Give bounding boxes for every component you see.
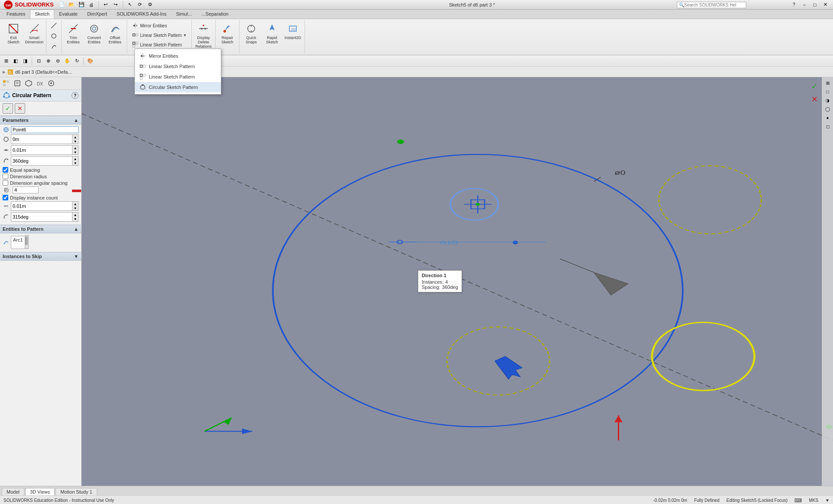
dropdown-mirror[interactable]: Mirror Entities [135, 51, 221, 61]
entities-scrollbar[interactable] [25, 235, 29, 249]
angle-up[interactable]: ▲ [72, 157, 78, 161]
line-btn[interactable] [48, 21, 59, 30]
entities-box[interactable]: Arc1 [11, 236, 25, 249]
mirror-entities-button[interactable]: Mirror Entities [129, 21, 170, 30]
parameters-section-header[interactable]: Parameters ▲ [0, 116, 81, 124]
redo-btn[interactable]: ↪ [112, 0, 120, 9]
tab-separation[interactable]: ...Separation [197, 10, 233, 19]
spacing1-down[interactable]: ▼ [72, 206, 78, 210]
appearance-btn[interactable]: 🎨 [86, 57, 95, 65]
display-manager-icon[interactable] [46, 78, 56, 88]
property-manager-icon[interactable] [12, 78, 23, 88]
spacing2-spinner[interactable]: ▲ ▼ [72, 213, 78, 221]
quick-snaps-button[interactable]: QuickSnaps [241, 21, 261, 45]
search-area[interactable]: 🔍 [677, 2, 746, 8]
spacing2-input[interactable] [11, 214, 72, 220]
help-button[interactable]: ? [72, 92, 79, 99]
open-btn[interactable]: 📂 [67, 0, 76, 9]
maximize-btn[interactable]: □ [810, 0, 819, 9]
view-display-btn[interactable]: ◨ [21, 57, 30, 65]
ok-button[interactable]: ✓ [3, 103, 13, 114]
rotate-btn[interactable]: ↻ [72, 57, 81, 65]
smart-dim-button[interactable]: ⟷ SmartDimension [24, 21, 44, 45]
trim-entities-button[interactable]: TrimEntities [63, 21, 83, 45]
dimension-radius-checkbox[interactable] [3, 173, 8, 179]
spacing1-spinner[interactable]: ▲ ▼ [72, 202, 78, 210]
accept-button[interactable]: ✓ [809, 81, 820, 92]
view-section-btn2[interactable]: ◑ [824, 96, 832, 104]
tab-simul[interactable]: Simul... [171, 10, 197, 19]
repair-sketch-button[interactable]: RepairSketch [217, 21, 237, 45]
select-btn[interactable]: ↖ [126, 0, 134, 9]
circle-btn[interactable] [48, 31, 59, 41]
help-btn[interactable]: ? [790, 0, 798, 9]
rebuild-btn[interactable]: ⟳ [136, 0, 144, 9]
options-btn[interactable]: ⚙ [146, 0, 154, 9]
exit-sketch-button[interactable]: ExitSketch [3, 21, 23, 45]
offset-entities-button[interactable]: OffsetEntities [105, 21, 125, 45]
search-input[interactable] [684, 3, 736, 7]
equal-spacing-checkbox[interactable] [3, 167, 8, 173]
param1-up[interactable]: ▲ [72, 135, 78, 139]
dropdown-circular[interactable]: Circular Sketch Pattern [135, 82, 221, 92]
param1-spinner[interactable]: ▲ ▼ [72, 135, 78, 144]
spacing2-up[interactable]: ▲ [72, 213, 78, 217]
display-delete-button[interactable]: Display DeleteRelations [193, 21, 213, 45]
param2-down[interactable]: ▼ [72, 150, 78, 154]
spacing2-down[interactable]: ▼ [72, 217, 78, 221]
param2-spinner[interactable]: ▲ ▼ [72, 146, 78, 154]
view-section-btn[interactable]: ◧ [11, 57, 20, 65]
tab-features[interactable]: Features [2, 10, 30, 19]
angle-input[interactable] [11, 158, 72, 164]
tab-motion-study[interactable]: Motion Study 1 [56, 488, 97, 495]
print-btn[interactable]: 🖨 [87, 0, 96, 9]
param1-input[interactable] [11, 136, 72, 142]
dropdown-linear2[interactable]: Linear Sketch Pattern [135, 72, 221, 82]
view-hide-btn[interactable]: ◯ [824, 105, 832, 113]
zoom-in-btn[interactable]: ⊕ [44, 57, 52, 65]
minimize-btn[interactable]: − [800, 0, 809, 9]
tab-addins[interactable]: SOLIDWORKS Add-Ins [112, 10, 171, 19]
param1-down[interactable]: ▼ [72, 139, 78, 144]
view-wire-btn[interactable]: ◻ [824, 122, 832, 130]
config-manager-icon[interactable] [23, 78, 34, 88]
rapid-sketch-button[interactable]: RapidSketch [262, 21, 282, 45]
param2-up[interactable]: ▲ [72, 146, 78, 150]
dimxpert-manager-icon[interactable]: DX [35, 78, 45, 88]
tab-evaluate[interactable]: Evaluate [54, 10, 82, 19]
arc-btn[interactable] [48, 42, 59, 51]
zoom-out-btn[interactable]: ⊖ [53, 57, 62, 65]
view-orient-btn[interactable]: ⊞ [2, 57, 10, 65]
dimension-angular-checkbox[interactable] [3, 180, 8, 186]
undo-btn[interactable]: ↩ [102, 0, 110, 9]
display-instance-count-checkbox[interactable] [3, 195, 8, 200]
spacing1-up[interactable]: ▲ [72, 202, 78, 206]
new-btn[interactable]: 📄 [57, 0, 66, 9]
linear-pattern-drop-button[interactable]: Linear Sketch Pattern ▼ [129, 30, 190, 40]
spacing1-input[interactable] [11, 203, 72, 209]
tab-dimxpert[interactable]: DimXpert [82, 10, 112, 19]
angle-spinner[interactable]: ▲ ▼ [72, 157, 78, 165]
convert-entities-button[interactable]: ConvertEntities [84, 21, 104, 45]
view-front-btn[interactable]: □ [824, 88, 832, 95]
tab-model[interactable]: Model [2, 488, 24, 495]
angle-down[interactable]: ▼ [72, 161, 78, 165]
view-shaded-btn[interactable]: ● [824, 114, 832, 121]
canvas-area[interactable]: ø0 0(10) [82, 77, 833, 486]
save-btn[interactable]: 💾 [77, 0, 86, 9]
cancel-button[interactable]: ✕ [15, 103, 25, 114]
tab-sketch[interactable]: Sketch [30, 10, 54, 19]
entities-section-header[interactable]: Entities to Pattern ▲ [0, 225, 81, 233]
pan-btn[interactable]: ✋ [63, 57, 72, 65]
close-btn[interactable]: ✕ [821, 0, 830, 9]
tab-3dviews[interactable]: 3D Views [25, 488, 55, 495]
feature-manager-icon[interactable] [1, 78, 11, 88]
center-point-input[interactable] [11, 127, 78, 133]
dropdown-linear1[interactable]: Linear Sketch Pattern [135, 61, 221, 72]
reject-button[interactable]: ✕ [809, 94, 820, 105]
units-expand-btn[interactable]: ▼ [825, 498, 830, 503]
param2-input[interactable] [11, 147, 72, 153]
instances-input[interactable] [13, 187, 38, 193]
zoom-fit-btn[interactable]: ⊡ [34, 57, 43, 65]
instances-skip-section-header[interactable]: Instances to Skip ▼ [0, 252, 81, 261]
